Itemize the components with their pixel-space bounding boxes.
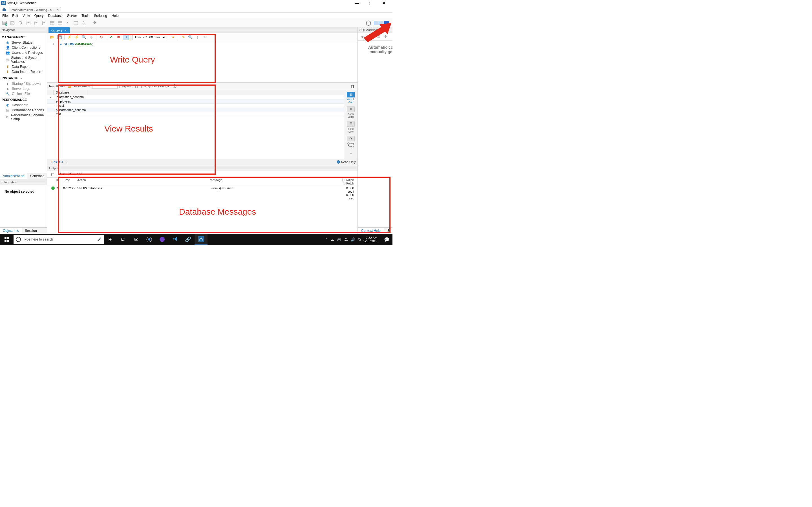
tray-dropbox-icon[interactable]: ⧉ [358, 237, 361, 242]
tray-network-icon[interactable]: 🖧 [344, 237, 348, 242]
tab-object-info[interactable]: Object Info [0, 228, 22, 234]
nav-client-connections[interactable]: 👤Client Connections [2, 45, 45, 50]
output-row[interactable]: 1 07:32:22 SHOW databases 5 row(s) retur… [47, 186, 357, 201]
start-button[interactable] [0, 234, 13, 245]
refresh-icon[interactable] [366, 20, 371, 25]
tab-session[interactable]: Session [22, 228, 40, 234]
nav-server-logs[interactable]: ▲Server Logs [2, 86, 45, 91]
table-row[interactable]: performance_schema [54, 108, 87, 112]
chrome-icon[interactable] [143, 234, 156, 245]
save-file-icon[interactable]: 💾 [56, 34, 63, 40]
view-icon[interactable] [73, 20, 79, 26]
table-icon-1[interactable] [49, 20, 55, 26]
explain-icon[interactable]: 🔍 [81, 34, 87, 40]
close-query-tab-icon[interactable]: ✕ [64, 29, 67, 32]
open-file-icon[interactable]: 📂 [49, 34, 55, 40]
rollback-icon[interactable]: ✖ [115, 34, 121, 40]
taskbar-search[interactable]: Type here to search 🎤 [13, 235, 104, 244]
results-grid[interactable]: Database ▸information_schema employees m… [47, 90, 344, 159]
app-icon-1[interactable]: 🔗 [182, 234, 195, 245]
chevron-down-icon[interactable]: ⌄ [349, 150, 353, 155]
wrap-icon[interactable]: ↩ [202, 34, 208, 40]
new-sql-tab-icon[interactable]: SQL+ [2, 20, 8, 26]
sql-code[interactable]: ● SHOW databases; [57, 41, 93, 82]
db-icon-3[interactable] [41, 20, 47, 26]
help-icon[interactable]: ▤ [376, 34, 382, 39]
function-icon[interactable]: ƒ [65, 20, 71, 26]
menu-server[interactable]: Server [67, 14, 77, 18]
menu-view[interactable]: View [22, 14, 30, 18]
beautify-icon[interactable]: ✎ [180, 34, 186, 40]
menu-database[interactable]: Database [48, 14, 63, 18]
vscode-icon[interactable] [168, 234, 182, 245]
menu-edit[interactable]: Edit [12, 14, 18, 18]
back-icon[interactable]: ◀ [359, 34, 364, 39]
nav-data-export[interactable]: ⬆Data Export [2, 64, 45, 69]
tab-context-help[interactable]: Context Help [358, 228, 384, 234]
mail-icon[interactable]: ✉ [130, 234, 143, 245]
nav-users-privileges[interactable]: 👥Users and Privileges [2, 50, 45, 55]
connection-tab[interactable]: maddatum.com - Warning - n... ✕ [10, 7, 61, 12]
tab-snippets[interactable]: Snippets [384, 228, 393, 234]
tray-cloud-icon[interactable]: ☁ [331, 237, 334, 242]
table-row[interactable]: information_schema [54, 95, 87, 99]
execute-icon[interactable]: ⚡ [66, 34, 72, 40]
nav-data-import[interactable]: ⬇Data Import/Restore [2, 69, 45, 74]
grid-view-icon[interactable]: ▦ [66, 83, 72, 89]
auto-help-icon[interactable]: ⚙ [383, 34, 388, 39]
notifications-icon[interactable]: 💬 [382, 234, 392, 245]
task-view-icon[interactable]: ⊞ [104, 234, 117, 245]
db-icon-1[interactable] [26, 20, 32, 26]
query-tab[interactable]: Query 1✕ [49, 27, 70, 33]
nav-server-status[interactable]: ◉Server Status [2, 40, 45, 45]
close-tab-icon[interactable]: ✕ [56, 8, 59, 11]
close-result-icon[interactable]: ✕ [64, 160, 67, 164]
output-type-select[interactable]: Action Output [58, 172, 83, 176]
tray-chevron-icon[interactable]: ˄ [326, 237, 327, 242]
search-globe-icon[interactable] [81, 20, 87, 26]
pin-icon[interactable]: ◨ [350, 83, 356, 89]
stop-icon[interactable]: ⦸ [88, 34, 94, 40]
menu-tools[interactable]: Tools [82, 14, 89, 18]
menu-file[interactable]: File [2, 14, 8, 18]
wrap-cell-icon[interactable]: Ⓐ [171, 83, 177, 89]
open-sql-file-icon[interactable]: SQL [10, 20, 16, 26]
table-row[interactable]: test [54, 112, 87, 116]
nav-perf-schema-setup[interactable]: ⚙Performance Schema Setup [2, 113, 45, 122]
close-button[interactable]: ✕ [380, 0, 388, 6]
favorite-icon[interactable]: ★ [170, 34, 176, 40]
github-icon[interactable] [156, 234, 168, 245]
nav-perf-reports[interactable]: ▤Performance Reports [2, 108, 45, 113]
forward-icon[interactable]: ▶ [366, 34, 371, 39]
autocommit-icon[interactable]: ↺ [123, 34, 129, 40]
stop-error-icon[interactable]: ⊘ [98, 34, 104, 40]
clear-output-icon[interactable]: ▢ [50, 171, 56, 177]
mysql-workbench-taskbar-icon[interactable] [195, 234, 207, 245]
result-grid-button[interactable]: ▦Result Grid [345, 91, 356, 104]
table-row[interactable]: mysql [54, 104, 87, 108]
filter-input[interactable] [92, 83, 117, 89]
tray-volume-icon[interactable]: 🔊 [351, 237, 355, 242]
nav-dashboard[interactable]: ◐Dashboard [2, 103, 45, 108]
tab-schemas[interactable]: Schemas [28, 173, 47, 179]
tray-gamepad-icon[interactable]: 🎮 [337, 237, 342, 242]
form-editor-button[interactable]: ≡Form Editor [345, 106, 356, 119]
inspector-icon[interactable]: i [17, 20, 24, 26]
home-icon[interactable] [1, 6, 7, 12]
minimize-button[interactable]: — [353, 0, 361, 6]
mic-icon[interactable]: 🎤 [97, 237, 101, 241]
nav-status-variables[interactable]: ▤Status and System Variables [2, 55, 45, 64]
commit-icon[interactable]: ✔ [108, 34, 114, 40]
pane-toggle[interactable] [374, 21, 389, 25]
db-icon-2[interactable] [33, 20, 40, 26]
limit-rows-select[interactable]: Limit to 1000 rows [133, 34, 166, 40]
file-explorer-icon[interactable]: 🗂 [117, 234, 130, 245]
sql-editor[interactable]: 1 ● SHOW databases; [47, 41, 357, 82]
export-icon[interactable]: ⎙ [133, 83, 140, 89]
column-database[interactable]: Database [54, 90, 87, 95]
menu-query[interactable]: Query [35, 14, 44, 18]
field-types-button[interactable]: ☰Field Types [345, 121, 356, 133]
table-row[interactable]: employees [54, 100, 87, 103]
invisible-chars-icon[interactable]: ¶ [195, 34, 201, 40]
tab-administration[interactable]: Administration [0, 173, 28, 179]
